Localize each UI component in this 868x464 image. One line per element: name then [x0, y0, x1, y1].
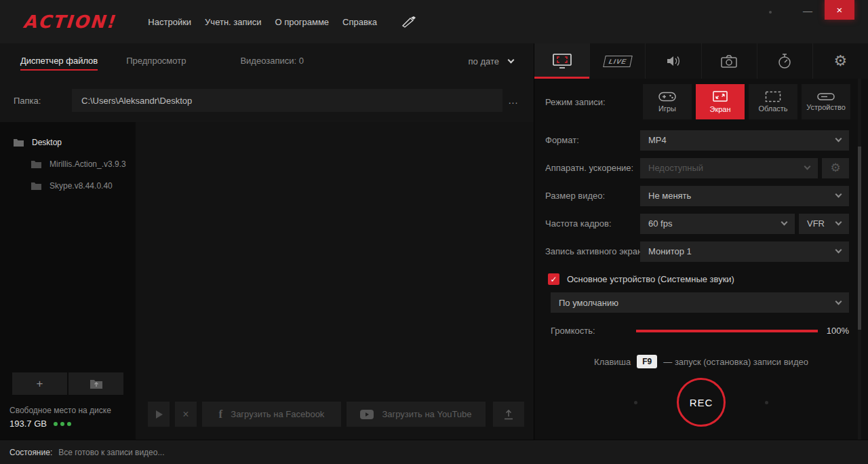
tree-item-skype[interactable]: Skype.v8.44.0.40 [0, 175, 136, 197]
video-size-dropdown[interactable]: Не менять [640, 186, 849, 206]
gamepad-icon [658, 91, 676, 102]
folder-tree: Desktop Mirillis.Action_.v3.9.3 [0, 122, 136, 440]
audio-device-dropdown[interactable]: По умолчанию [551, 292, 849, 313]
hotkey-hint: Клавиша F9 — запуск (остановка) записи в… [534, 355, 868, 368]
framerate-value: 60 fps [648, 218, 672, 229]
app-logo: ACTION! [22, 12, 116, 32]
file-manager-panel: Диспетчер файлов Предпросмотр Видеозапис… [0, 43, 534, 440]
folder-import-icon [90, 379, 102, 389]
stopwatch-icon [778, 54, 791, 69]
window-controls: — × [769, 0, 868, 43]
audio-device-value: По умолчанию [559, 298, 618, 308]
export-button[interactable] [493, 402, 524, 427]
hotkey-keycap: F9 [637, 355, 657, 368]
maximize-icon[interactable] [769, 11, 772, 14]
monitor-dropdown[interactable]: Монитор 1 [640, 241, 849, 262]
status-text: Все готово к записи видео... [58, 448, 164, 457]
vfr-value: VFR [807, 218, 825, 229]
framerate-label: Частота кадров: [545, 218, 640, 229]
facebook-icon: f [219, 408, 223, 421]
import-folder-button[interactable] [68, 372, 123, 395]
mode-games-button[interactable]: Игры [643, 84, 692, 119]
scrollbar-thumb[interactable] [858, 147, 861, 330]
tab-live-streaming[interactable]: LIVE [589, 43, 645, 79]
upload-facebook-label: Загрузить на Facebook [231, 409, 324, 419]
volume-label: Громкость: [551, 326, 636, 336]
audio-device-checkbox-label: Основное устройство (Системные звуки) [567, 274, 734, 284]
hw-acceleration-dropdown[interactable]: Недоступный [640, 158, 818, 178]
status-label: Состояние: [9, 448, 52, 457]
folder-row: Папка: C:\Users\Aleksandr\Desktop ... [0, 79, 534, 122]
tree-item-label: Desktop [32, 138, 62, 147]
sort-label: по дате [469, 56, 499, 66]
tab-benchmark-timer[interactable] [757, 43, 812, 79]
folder-path-value: C:\Users\Aleksandr\Desktop [81, 96, 192, 106]
format-value: MP4 [648, 135, 667, 145]
video-settings-fields: Формат: MP4 Аппаратн. ускорение: Недосту… [534, 125, 868, 265]
close-button[interactable]: × [825, 0, 854, 20]
mode-label: Экран [709, 105, 730, 113]
folder-path-input[interactable]: C:\Users\Aleksandr\Desktop [72, 89, 502, 112]
tab-video-recording[interactable] [534, 43, 589, 79]
menu-accounts[interactable]: Учетн. записи [198, 12, 268, 33]
inactive-indicator-dot [634, 401, 637, 404]
rec-button[interactable]: REC [677, 378, 726, 427]
add-folder-button[interactable]: + [12, 372, 67, 395]
tab-settings[interactable]: ⚙ [812, 43, 868, 79]
tree-item-label: Mirillis.Action_.v3.9.3 [50, 159, 126, 169]
chevron-down-icon [508, 56, 515, 63]
disk-free-value: 193.7 GB [9, 419, 47, 429]
mode-label: Игры [658, 104, 676, 113]
upload-youtube-button[interactable]: Загрузить на YouTube [347, 402, 486, 427]
tab-recordings-count[interactable]: Видеозаписи: 0 [240, 52, 304, 71]
vfr-dropdown[interactable]: VFR [799, 214, 849, 234]
chevron-down-icon [835, 247, 842, 254]
menu-help[interactable]: Справка [336, 12, 384, 33]
delete-icon: × [182, 408, 189, 421]
play-button[interactable] [148, 402, 170, 427]
sort-by-date-dropdown[interactable]: по дате [469, 56, 513, 66]
audio-device-checkbox[interactable]: ✓ [548, 273, 559, 285]
delete-button[interactable]: × [175, 402, 197, 427]
upload-facebook-button[interactable]: f Загрузить на Facebook [202, 402, 341, 427]
statusbar: Состояние: Все готово к записи видео... [0, 440, 868, 464]
tab-preview[interactable]: Предпросмотр [126, 52, 186, 71]
inactive-indicator-dot [765, 401, 768, 404]
tree-item-mirillis[interactable]: Mirillis.Action_.v3.9.3 [0, 153, 136, 175]
hw-acceleration-label: Аппаратн. ускорение: [545, 163, 640, 173]
mode-screen-button[interactable]: Экран [696, 84, 745, 119]
settings-scrollbar[interactable] [858, 79, 861, 440]
menu-settings[interactable]: Настройки [141, 12, 198, 33]
settings-tabbar: LIVE ⚙ [534, 43, 868, 79]
chevron-down-icon [781, 219, 788, 226]
volume-fill [636, 330, 818, 332]
recording-mode-label: Режим записи: [545, 97, 643, 107]
framerate-dropdown[interactable]: 60 fps [640, 214, 795, 234]
theme-brush-icon[interactable] [401, 16, 416, 28]
hw-acceleration-row: Аппаратн. ускорение: Недоступный ⚙ [545, 154, 849, 182]
youtube-icon [360, 410, 374, 419]
tree-item-desktop[interactable]: Desktop [0, 132, 136, 153]
file-body: Desktop Mirillis.Action_.v3.9.3 [0, 122, 534, 440]
hotkey-suffix: — запуск (остановка) записи видео [663, 357, 808, 367]
media-toolbar: × f Загрузить на Facebook Загрузить на Y… [148, 402, 524, 427]
folder-icon [31, 182, 41, 190]
active-screen-label: Запись активного экрана: [545, 246, 640, 256]
chevron-down-icon [835, 298, 842, 305]
format-dropdown[interactable]: MP4 [640, 130, 849, 151]
hw-acceleration-settings-button[interactable]: ⚙ [822, 158, 849, 178]
region-select-icon [765, 91, 781, 102]
mode-device-button[interactable]: Устройство [802, 84, 850, 119]
menu-about[interactable]: О программе [269, 12, 336, 33]
volume-row: Громкость: 100% [534, 313, 868, 336]
tab-file-manager[interactable]: Диспетчер файлов [20, 52, 98, 71]
volume-slider[interactable] [636, 330, 818, 332]
tab-audio-recording[interactable] [645, 43, 701, 79]
minimize-button[interactable]: — [800, 5, 815, 16]
browse-folder-button[interactable]: ... [502, 95, 524, 106]
mode-region-button[interactable]: Область [749, 84, 797, 119]
main-menu: Настройки Учетн. записи О программе Спра… [141, 12, 384, 33]
tab-screenshots[interactable] [701, 43, 757, 79]
folder-label: Папка: [14, 96, 72, 106]
mode-label: Устройство [806, 103, 846, 111]
